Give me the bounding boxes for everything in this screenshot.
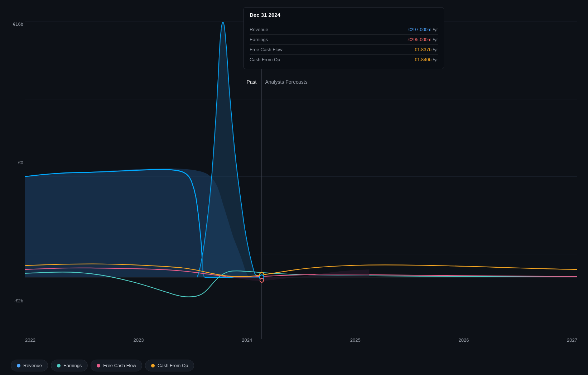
x-axis: 2022 2023 2024 2025 2026 2027 [25, 337, 577, 343]
y-axis: €16b €0 -€2b [4, 0, 23, 332]
svg-point-9 [260, 278, 264, 282]
chart-svg [25, 21, 577, 339]
earnings-dot [57, 364, 61, 367]
x-label-2022: 2022 [25, 337, 35, 343]
legend-label-fcf: Free Cash Flow [103, 363, 136, 368]
legend-item-cashfromop[interactable]: Cash From Op [145, 360, 194, 371]
legend-label-revenue: Revenue [23, 363, 42, 368]
tooltip-card: Dec 31 2024 Revenue €297.000m /yr Earnin… [244, 7, 444, 69]
x-label-2026: 2026 [458, 337, 469, 343]
tooltip-label-earnings: Earnings [250, 37, 268, 42]
y-label-top: €16b [4, 21, 23, 27]
tooltip-value-revenue: €297.000m /yr [408, 27, 438, 32]
tooltip-value-fcf: €1.837b /yr [415, 47, 438, 52]
legend-item-earnings[interactable]: Earnings [51, 360, 88, 371]
x-label-2023: 2023 [134, 337, 144, 343]
legend-label-earnings: Earnings [63, 363, 82, 368]
y-label-bottom: -€2b [4, 298, 23, 303]
legend-label-cashfromop: Cash From Op [158, 363, 188, 368]
fcf-dot [97, 364, 100, 367]
tooltip-label-revenue: Revenue [250, 27, 268, 32]
cashfromop-dot [151, 364, 155, 367]
revenue-dot [17, 364, 20, 367]
tooltip-row-cashfromop: Cash From Op €1.840b /yr [250, 55, 438, 64]
tooltip-label-fcf: Free Cash Flow [250, 47, 283, 52]
tooltip-row-earnings: Earnings -€295.000m /yr [250, 35, 438, 45]
tooltip-value-earnings: -€295.000m /yr [407, 37, 438, 42]
tooltip-row-revenue: Revenue €297.000m /yr [250, 25, 438, 35]
tooltip-label-cashfromop: Cash From Op [250, 57, 280, 62]
legend: Revenue Earnings Free Cash Flow Cash Fro… [11, 360, 194, 371]
tooltip-value-cashfromop: €1.840b /yr [415, 57, 438, 62]
tooltip-row-fcf: Free Cash Flow €1.837b /yr [250, 45, 438, 55]
x-label-2027: 2027 [567, 337, 577, 343]
x-label-2024: 2024 [242, 337, 252, 343]
tooltip-date: Dec 31 2024 [250, 12, 438, 21]
y-label-zero: €0 [4, 160, 23, 165]
legend-item-revenue[interactable]: Revenue [11, 360, 48, 371]
chart-container: €16b €0 -€2b [0, 0, 588, 375]
x-label-2025: 2025 [350, 337, 361, 343]
legend-item-fcf[interactable]: Free Cash Flow [91, 360, 142, 371]
